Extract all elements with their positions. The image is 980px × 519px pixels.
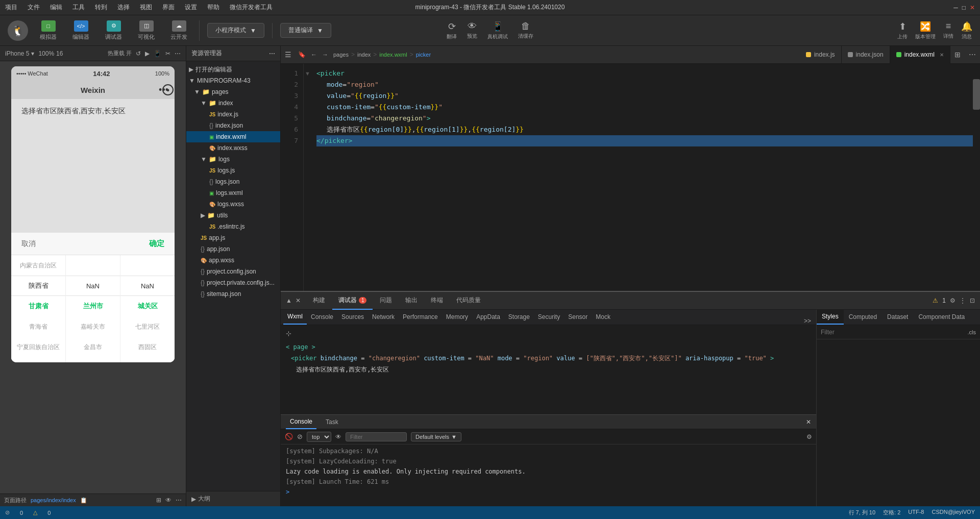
editor-split-icon[interactable]: ⊞	[950, 46, 965, 64]
devtools-collapse-icon[interactable]: ▲	[286, 297, 292, 304]
devtools-close-icon[interactable]: ✕	[296, 297, 301, 304]
console-eye-icon[interactable]: 👁	[335, 433, 341, 440]
tab-index-js[interactable]: index.js	[800, 46, 842, 64]
menu-item-project[interactable]: 项目	[5, 3, 17, 12]
tab-terminal[interactable]: 终端	[425, 292, 449, 310]
fold-arrow-1[interactable]: ▼	[304, 68, 311, 79]
tab-issues[interactable]: 问题	[374, 292, 398, 310]
subtab-wxml[interactable]: Wxml	[283, 310, 307, 325]
editor-hamburger-icon[interactable]: ☰	[281, 51, 296, 59]
console-tab-task[interactable]: Task	[322, 415, 342, 429]
tab-close-icon[interactable]: ✕	[940, 52, 944, 58]
cloud-btn[interactable]: ☁ 云开发	[166, 18, 191, 43]
simulator-btn[interactable]: □ 模拟器	[36, 18, 61, 43]
root-folder[interactable]: ▼ MINIPROGRAM-43	[186, 75, 280, 86]
file-sitemap[interactable]: {} sitemap.json	[186, 288, 280, 300]
menu-item-wechat[interactable]: 微信开发者工具	[230, 3, 273, 12]
file-logs-json[interactable]: {} logs.json	[186, 176, 280, 187]
devtools-more-icon[interactable]: ⋮	[960, 297, 966, 304]
tab-code-quality[interactable]: 代码质量	[450, 292, 487, 310]
page-path-copy-icon[interactable]: 📋	[80, 497, 87, 504]
editor-bookmark-icon[interactable]: 🔖	[296, 51, 308, 58]
menu-item-view[interactable]: 视图	[140, 3, 152, 12]
console-context-select[interactable]: top	[307, 432, 331, 442]
file-index-json[interactable]: {} index.json	[186, 120, 280, 131]
editor-more-icon[interactable]: ⋯	[965, 46, 980, 64]
mode-button[interactable]: 小程序模式 ▼	[207, 23, 264, 38]
console-close-icon[interactable]: ✕	[806, 418, 811, 426]
outline-section[interactable]: ▶ 大纲	[186, 491, 280, 506]
menu-item-edit[interactable]: 编辑	[50, 3, 62, 12]
clear-cache-btn[interactable]: 🗑 清缓存	[518, 21, 533, 40]
file-index-js[interactable]: JS index.js	[186, 109, 280, 120]
subtab-console[interactable]: Console	[307, 310, 337, 325]
sim-more-icon[interactable]: ⋯	[175, 50, 181, 57]
editor-btn[interactable]: </> 编辑器	[68, 18, 93, 43]
menu-item-interface[interactable]: 界面	[162, 3, 175, 12]
style-tab-styles[interactable]: Styles	[817, 310, 844, 325]
window-minimize-btn[interactable]: ─	[953, 4, 958, 11]
console-pause-icon[interactable]: ⊘	[297, 433, 303, 440]
style-tab-component[interactable]: Component Data	[913, 310, 970, 325]
folder-index[interactable]: ▼ 📁 index	[186, 97, 280, 109]
console-prompt[interactable]: >	[286, 487, 811, 497]
editor-forward-icon[interactable]: →	[320, 51, 331, 58]
file-app-json[interactable]: {} app.json	[186, 243, 280, 255]
sim-phone-icon[interactable]: 📱	[154, 50, 161, 57]
file-app-js[interactable]: JS app.js	[186, 232, 280, 243]
detail-btn[interactable]: ≡ 详情	[943, 21, 953, 40]
menu-item-select[interactable]: 选择	[117, 3, 130, 12]
devtools-expand-icon[interactable]: ⊡	[970, 297, 975, 304]
picker-confirm-btn[interactable]: 确定	[149, 239, 164, 249]
devtools-gear-icon[interactable]: ⚙	[950, 297, 955, 304]
sim-bottom-icon3[interactable]: ⋯	[176, 497, 182, 504]
subtab-performance[interactable]: Performance	[399, 310, 442, 325]
subtab-storage[interactable]: Storage	[504, 310, 534, 325]
upload-btn[interactable]: ⬆ 上传	[897, 21, 908, 40]
device-selector[interactable]: iPhone 5 ▾ 100% 16	[5, 50, 63, 57]
tab-output[interactable]: 输出	[399, 292, 424, 310]
menu-item-file[interactable]: 文件	[28, 3, 40, 12]
sim-play-icon[interactable]: ▶	[145, 50, 150, 57]
styles-filter-input[interactable]	[821, 329, 964, 336]
tab-index-json[interactable]: index.json	[842, 46, 890, 64]
translate-btn[interactable]: ⟳ 翻译	[447, 21, 457, 40]
visualize-btn[interactable]: ◫ 可视化	[134, 18, 159, 43]
window-maximize-btn[interactable]: □	[962, 4, 966, 11]
hot-reload-btn[interactable]: 热重载 开	[108, 50, 132, 57]
console-clear-icon[interactable]: 🚫	[285, 433, 293, 440]
code-content[interactable]: <picker mode = "region" value = " {{ r	[311, 64, 973, 291]
open-editors-header[interactable]: ▶ 打开的编辑器	[186, 64, 280, 75]
real-debug-btn[interactable]: 📱 真机调试	[487, 21, 508, 40]
file-index-wxml[interactable]: ▣ index.wxml	[186, 131, 280, 142]
compile-button[interactable]: 普通编译 ▼	[280, 23, 331, 38]
menu-item-goto[interactable]: 转到	[95, 3, 107, 12]
console-level-select[interactable]: Default levels ▼	[411, 432, 461, 441]
subtab-sensor[interactable]: Sensor	[564, 310, 592, 325]
console-tab-console[interactable]: Console	[286, 415, 316, 429]
scrollbar-thumb[interactable]	[973, 79, 980, 110]
subtab-network[interactable]: Network	[368, 310, 399, 325]
tab-debugger[interactable]: 调试器 1	[332, 292, 373, 310]
subtab-memory[interactable]: Memory	[442, 310, 472, 325]
menu-item-settings[interactable]: 设置	[185, 3, 197, 12]
subtab-mock[interactable]: Mock	[592, 310, 615, 325]
folder-logs[interactable]: ▼ 📁 logs	[186, 154, 280, 165]
file-app-wxss[interactable]: 🎨 app.wxss	[186, 255, 280, 266]
version-btn[interactable]: 🔀 版本管理	[915, 21, 936, 40]
inspector-select-icon[interactable]: ⊹	[286, 329, 291, 338]
folder-pages[interactable]: ▼ 📁 pages	[186, 86, 280, 97]
subtab-security[interactable]: Security	[534, 310, 564, 325]
sim-refresh-icon[interactable]: ↺	[136, 50, 141, 57]
sim-bottom-icon2[interactable]: 👁	[165, 497, 172, 504]
menu-item-tools[interactable]: 工具	[72, 3, 85, 12]
picker-cancel-btn[interactable]: 取消	[21, 239, 36, 249]
tab-index-wxml[interactable]: index.wxml ✕	[890, 46, 950, 64]
editor-scrollbar[interactable]	[973, 64, 980, 291]
folder-utils[interactable]: ▶ 📁 utils	[186, 210, 280, 221]
message-btn[interactable]: 🔔 消息	[961, 21, 972, 40]
sim-bottom-icon1[interactable]: ⊞	[156, 497, 161, 504]
file-index-wxss[interactable]: 🎨 index.wxss	[186, 142, 280, 154]
console-settings-icon[interactable]: ⚙	[806, 433, 812, 440]
styles-cls-btn[interactable]: .cls	[968, 329, 976, 335]
